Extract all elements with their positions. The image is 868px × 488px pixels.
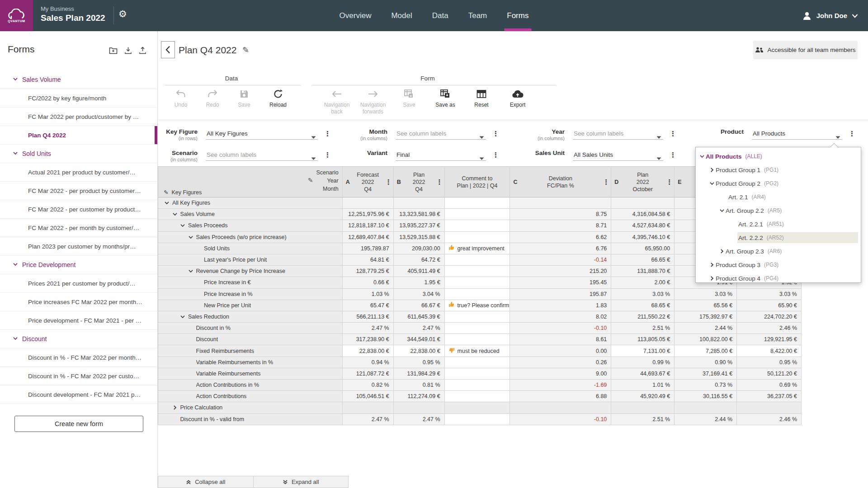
row-header[interactable]: Sales Volume — [158, 209, 343, 220]
sidebar-group-sales-volume[interactable]: Sales Volume — [0, 70, 157, 89]
row-header[interactable]: Last year's Price per Unit — [158, 254, 343, 266]
tab-overview[interactable]: Overview — [340, 0, 372, 31]
sidebar-group-price-development[interactable]: Price Development — [0, 256, 157, 274]
row-chevron-down-icon[interactable] — [164, 200, 170, 206]
tree-chevron-down-icon[interactable] — [699, 154, 705, 159]
cell-comment[interactable] — [445, 334, 510, 345]
filter-select-scenario[interactable]: See column labels — [206, 149, 318, 161]
column-kebab-icon[interactable]: ⋮ — [385, 178, 392, 186]
cell-comment[interactable]: must be reduced — [445, 345, 510, 357]
tab-data[interactable]: Data — [432, 0, 448, 31]
cell-comment[interactable]: great improvement — [445, 243, 510, 254]
column-header-D[interactable]: DPlan2022October⋮ — [611, 167, 675, 197]
row-chevron-down-icon[interactable] — [172, 211, 178, 217]
column-header-A[interactable]: AForecast2022Q4⋮ — [343, 167, 394, 197]
qvantum-logo[interactable]: QVANTUM — [0, 0, 33, 31]
column-header-comment[interactable]: Comment toPlan | 2022 | Q4 — [445, 167, 510, 197]
product-tree-item-art-group-2-3[interactable]: Art. Group 2.3(AR6) — [696, 244, 861, 258]
tree-chevron-down-icon[interactable] — [719, 208, 725, 213]
cell-comment[interactable]: true? Please confirm! — [445, 300, 510, 311]
expand-all-button[interactable]: Expand all — [254, 476, 349, 488]
row-header[interactable]: Sales Reduction — [158, 311, 343, 323]
cell-comment[interactable] — [445, 391, 510, 402]
row-header[interactable]: Sold Units — [158, 243, 343, 254]
product-tree-item-product-group-1[interactable]: Product Group 1(PG1) — [696, 163, 861, 177]
column-header-C[interactable]: CDeviationFC/Plan %⋮ — [510, 167, 611, 197]
edit-rows-pencil-icon[interactable]: ✎ — [164, 189, 168, 196]
filter-select-month[interactable]: See column labels — [396, 128, 486, 140]
sidebar-item-fc-2022-by-key-figure-month[interactable]: FC/2022 by key figure/month — [0, 89, 157, 108]
cell-comment[interactable] — [445, 323, 510, 334]
export-button[interactable]: Export — [500, 88, 535, 108]
row-header[interactable]: Discount in % - valid from — [158, 414, 343, 425]
row-chevron-right-icon[interactable] — [172, 405, 178, 410]
create-new-form-button[interactable]: Create new form — [14, 416, 143, 432]
tree-chevron-right-icon[interactable] — [719, 249, 725, 254]
sidebar-item-price-development-fc-mar-2021-per-[interactable]: Price development - FC Mar 2021 - per … — [0, 311, 157, 330]
row-header[interactable]: Price Increase in % — [158, 289, 343, 300]
product-tree-item-art-2-2-2[interactable]: Art. 2.2.2(AR52) — [696, 231, 861, 244]
column-kebab-icon[interactable]: ⋮ — [436, 178, 443, 186]
row-chevron-down-icon[interactable] — [188, 235, 193, 240]
cell-comment[interactable] — [445, 197, 510, 209]
reset-button[interactable]: Reset — [464, 88, 499, 108]
filter-select-sales-unit[interactable]: All Sales Units — [573, 149, 663, 161]
filter-kebab-icon-variant[interactable]: ⋮ — [492, 151, 499, 159]
product-tree-item-art-group-2-2[interactable]: Art. Group 2.2(AR5) — [696, 204, 861, 217]
sidebar-item-fc-mar-2022-per-product-by-customer-[interactable]: FC Mar 2022 - per product by customer… — [0, 182, 157, 200]
cell-comment[interactable] — [445, 289, 510, 300]
row-header[interactable]: Discount — [158, 334, 343, 345]
cell-comment[interactable] — [445, 402, 510, 413]
sidebar-item-price-increases-fc-mar-2022-per-month-[interactable]: Price increases FC Mar 2022 per month… — [0, 293, 157, 311]
cell-comment[interactable] — [445, 368, 510, 380]
product-tree-item-product-group-4[interactable]: Product Group 4(PG4) — [696, 272, 861, 285]
cell-comment[interactable] — [445, 209, 510, 220]
sidebar-item-fc-mar-2022-per-product-customer-by-[interactable]: FC Mar 2022 per product/customer by … — [0, 108, 157, 126]
cell-plan-q4[interactable]: 22,838.00 € — [394, 345, 445, 357]
filter-kebab-icon-sales-unit[interactable]: ⋮ — [670, 151, 676, 159]
product-tree-item-product-group-2[interactable]: Product Group 2(PG2) — [696, 177, 861, 190]
edit-columns-pencil-icon[interactable]: ✎ — [308, 177, 313, 184]
filter-kebab-icon-month[interactable]: ⋮ — [492, 130, 499, 138]
filter-kebab-icon-product[interactable]: ⋮ — [849, 130, 855, 138]
row-header[interactable]: Sales Proceeds — [158, 220, 343, 231]
tree-chevron-right-icon[interactable] — [709, 167, 715, 173]
sidebar-item-plan-q4-2022[interactable]: Plan Q4 2022 — [0, 126, 157, 145]
filter-select-variant[interactable]: Final — [396, 149, 486, 161]
row-header[interactable]: Variable Reimbursements — [158, 368, 343, 380]
filter-select-key-figure[interactable]: All Key Figures — [206, 128, 318, 140]
product-tree-item-art-2-2-1[interactable]: Art. 2.2.1(AR51) — [696, 217, 861, 231]
sidebar-item-actual-2021-per-product-by-customer-[interactable]: Actual 2021 per product by customer/… — [0, 163, 157, 182]
user-menu[interactable]: John Doe — [802, 0, 858, 31]
back-button[interactable] — [161, 41, 175, 58]
sidebar-item-discount-development-fc-mar-2021-p-[interactable]: Discount development - FC Mar 2021 p… — [0, 385, 157, 404]
edit-title-pencil-icon[interactable]: ✎ — [242, 45, 249, 55]
product-tree-item-all-products[interactable]: All Products(ALLE) — [696, 150, 861, 163]
sidebar-item-fc-mar-2022-per-month-by-customer-[interactable]: FC Mar 2022 - per month by customer/… — [0, 219, 157, 237]
row-header[interactable]: Revenue Change by Price Increase — [158, 266, 343, 277]
cell-comment[interactable] — [445, 220, 510, 231]
cell-comment[interactable] — [445, 232, 510, 243]
product-tree-item-product-group-3[interactable]: Product Group 3(PG3) — [696, 258, 861, 272]
sidebar-item-discount-in-fc-mar-2022-per-custo-[interactable]: Discount in % - FC Mar 2022 per custo… — [0, 367, 157, 385]
sidebar-item-plan-2023-per-customer-by-months-pr-[interactable]: Plan 2023 per customer by months/pr… — [0, 237, 157, 256]
cell-comment[interactable] — [445, 357, 510, 368]
row-chevron-down-icon[interactable] — [180, 223, 185, 228]
row-header[interactable]: Fixed Reimbursements — [158, 345, 343, 357]
collapse-all-button[interactable]: Collapse all — [158, 476, 254, 488]
tab-team[interactable]: Team — [468, 0, 487, 31]
row-header[interactable]: Price Increase in € — [158, 277, 343, 288]
row-header[interactable]: New Price per Unit — [158, 300, 343, 311]
tab-model[interactable]: Model — [391, 0, 412, 31]
cell-comment[interactable] — [445, 266, 510, 277]
row-header[interactable]: Variable Reimbursements in % — [158, 357, 343, 368]
add-folder-icon[interactable] — [109, 47, 118, 56]
cell-comment[interactable] — [445, 414, 510, 425]
row-chevron-down-icon[interactable] — [180, 314, 185, 319]
row-header[interactable]: Price Calculation — [158, 402, 343, 413]
column-header-B[interactable]: BPlan2022Q4⋮ — [394, 167, 445, 197]
share-access-button[interactable]: Accessible for all team members — [753, 41, 858, 59]
sidebar-item-discount-in-fc-mar-2022-per-month-[interactable]: Discount in % - FC Mar 2022 per month… — [0, 348, 157, 367]
tab-forms[interactable]: Forms — [507, 0, 528, 31]
save-as-button[interactable]: Save as — [428, 88, 462, 108]
